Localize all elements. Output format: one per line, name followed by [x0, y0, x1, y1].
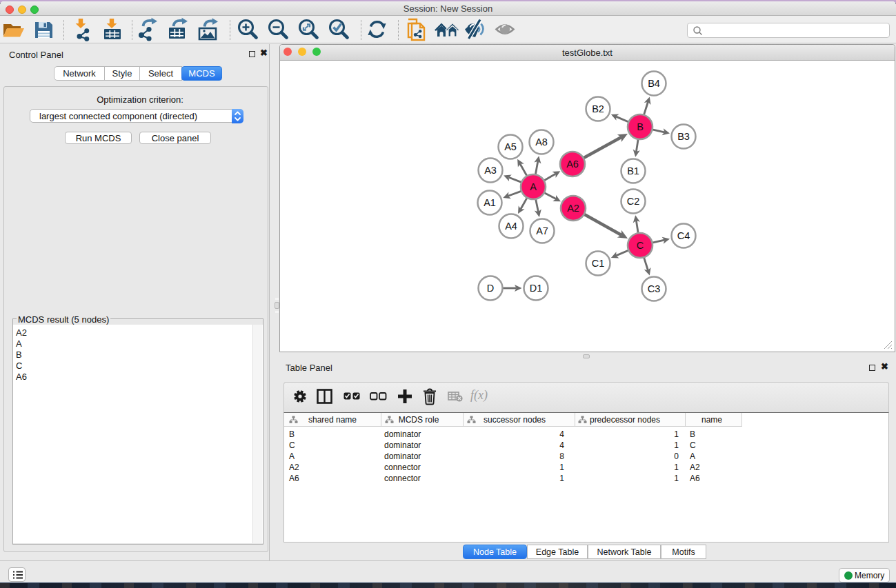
- svg-text:A7: A7: [536, 225, 548, 236]
- svg-text:A: A: [530, 181, 537, 192]
- svg-text:A8: A8: [535, 136, 548, 148]
- svg-text:B4: B4: [648, 78, 660, 89]
- svg-text:B2: B2: [592, 103, 604, 114]
- svg-text:B3: B3: [677, 131, 690, 142]
- svg-text:A3: A3: [484, 165, 497, 176]
- svg-text:A4: A4: [505, 221, 517, 232]
- svg-text:B: B: [637, 121, 644, 132]
- svg-text:A1: A1: [484, 197, 496, 208]
- svg-text:A6: A6: [566, 159, 579, 170]
- svg-text:C2: C2: [627, 196, 640, 207]
- svg-text:C: C: [637, 240, 644, 251]
- svg-text:D: D: [487, 283, 494, 294]
- svg-text:D1: D1: [530, 283, 543, 294]
- svg-text:C4: C4: [677, 230, 690, 241]
- svg-text:A2: A2: [567, 203, 579, 214]
- svg-text:C1: C1: [592, 258, 605, 269]
- svg-text:A5: A5: [504, 141, 517, 152]
- svg-text:B1: B1: [627, 165, 639, 176]
- svg-text:C3: C3: [648, 283, 661, 294]
